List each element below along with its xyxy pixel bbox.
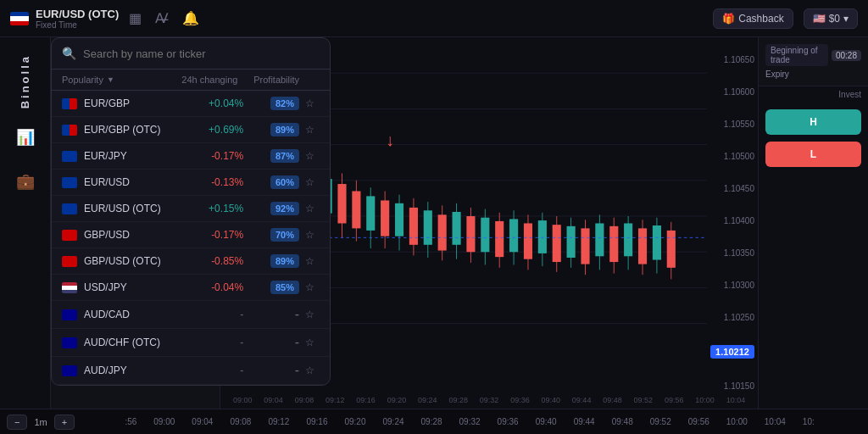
asset-flag: [62, 98, 77, 109]
svg-rect-65: [653, 225, 661, 260]
price-4: 1.10500: [710, 152, 754, 161]
favorite-icon[interactable]: ☆: [299, 364, 320, 376]
balance-button[interactable]: 🇺🇸 $0 ▾: [804, 8, 858, 29]
cashback-button[interactable]: 🎁 Cashback: [713, 8, 793, 29]
th-profitability: Profitability: [237, 75, 299, 85]
user-icon[interactable]: Ꜻ: [152, 7, 172, 30]
high-button[interactable]: H: [765, 109, 861, 135]
search-bar: 🔍: [52, 38, 330, 70]
price-axis: 1.10650 1.10600 1.10550 1.10500 1.10450 …: [707, 37, 758, 409]
chart-icon[interactable]: ▦: [125, 7, 145, 30]
low-button[interactable]: L: [765, 142, 861, 167]
svg-rect-51: [553, 225, 561, 262]
price-7: 1.10350: [710, 248, 754, 258]
asset-row-change: -0.85%: [180, 255, 243, 267]
sidebar-portfolio-icon[interactable]: 💼: [10, 166, 41, 197]
favorite-icon[interactable]: ☆: [299, 97, 320, 109]
asset-row-name: AUD/CAD: [84, 309, 180, 320]
time-marker: 09:44: [574, 417, 595, 426]
time-marker: :56: [125, 417, 136, 426]
favorite-icon[interactable]: ☆: [299, 150, 320, 162]
search-icon: 🔍: [62, 47, 76, 60]
topbar-left: EUR/USD (OTC) Fixed Time ▦ Ꜻ 🔔: [10, 7, 706, 30]
sidebar-markets-icon[interactable]: 📊: [10, 122, 41, 153]
cashback-label: Cashback: [738, 13, 783, 25]
favorite-icon[interactable]: ☆: [299, 281, 320, 293]
svg-rect-47: [524, 223, 532, 259]
expiry-label: Expiry: [765, 70, 861, 79]
asset-row-change: -0.04%: [180, 281, 243, 293]
asset-row-change: -: [180, 364, 243, 376]
time-marker: 09:56: [688, 417, 709, 426]
asset-row[interactable]: AUD/JPY - - ☆: [52, 357, 330, 385]
svg-rect-29: [395, 203, 403, 236]
asset-row-change: -0.17%: [180, 150, 243, 162]
asset-dropdown-panel: 🔍 Popularity ▼ 24h changing Profitabilit…: [51, 37, 331, 386]
asset-row[interactable]: EUR/GBP +0.04% 82% ☆: [52, 91, 330, 117]
asset-row-change: -: [180, 337, 243, 348]
time-tick: 09:04: [258, 396, 288, 404]
favorite-icon[interactable]: ☆: [299, 176, 320, 188]
profit-badge: 87%: [270, 149, 299, 163]
time-axis: 09:00 09:04 09:08 09:12 09:16 09:20 09:2…: [220, 392, 758, 409]
profit-cell: 85%: [243, 281, 299, 294]
svg-rect-45: [509, 219, 518, 252]
bell-icon[interactable]: 🔔: [179, 7, 203, 30]
svg-rect-59: [609, 226, 618, 262]
left-sidebar: Binolla 📊 💼: [0, 37, 51, 409]
flag-us-icon: 🇺🇸: [813, 13, 826, 25]
favorite-icon[interactable]: ☆: [299, 124, 320, 136]
th-popularity[interactable]: Popularity ▼: [62, 75, 167, 85]
asset-row-change: +0.69%: [180, 124, 243, 136]
favorite-icon[interactable]: ☆: [299, 255, 320, 267]
plus-button[interactable]: +: [54, 415, 75, 430]
asset-list: EUR/GBP +0.04% 82% ☆ EUR/GBP (OTC) +0.69…: [52, 91, 330, 385]
time-tick: 10:00: [689, 396, 720, 404]
minus-button[interactable]: −: [7, 415, 27, 430]
asset-flag-icon: [10, 12, 29, 25]
balance-value: $0: [829, 13, 840, 25]
timeframe-row: :56 09:00 09:04 09:08 09:12 09:16 09:20 …: [78, 417, 861, 426]
favorite-icon[interactable]: ☆: [299, 337, 320, 348]
asset-row[interactable]: EUR/USD -0.13% 60% ☆: [52, 170, 330, 196]
asset-row[interactable]: EUR/USD (OTC) +0.15% 92% ☆: [52, 196, 330, 222]
topbar: EUR/USD (OTC) Fixed Time ▦ Ꜻ 🔔 🎁 Cashbac…: [0, 0, 868, 37]
asset-row[interactable]: AUD/CHF (OTC) - - ☆: [52, 329, 330, 357]
profit-badge: 89%: [270, 123, 299, 136]
time-tick: 09:44: [566, 396, 597, 404]
logo-text: Binolla: [19, 54, 31, 108]
asset-flag: [62, 177, 77, 188]
svg-rect-35: [438, 214, 447, 250]
profit-badge: 85%: [270, 281, 299, 294]
profit-cell: 87%: [243, 149, 299, 163]
svg-rect-49: [538, 220, 547, 253]
time-tick: 09:24: [412, 396, 442, 404]
asset-flag: [62, 282, 77, 293]
trade-buttons: H L: [759, 103, 868, 174]
asset-row[interactable]: GBP/USD (OTC) -0.85% 89% ☆: [52, 248, 330, 275]
asset-row[interactable]: GBP/USD -0.17% 70% ☆: [52, 222, 330, 248]
svg-rect-23: [352, 191, 360, 228]
svg-rect-41: [481, 218, 489, 253]
asset-flag: [62, 337, 77, 348]
time-tick: 09:08: [289, 396, 320, 404]
profit-cell: 89%: [243, 254, 299, 268]
time-tick: 09:00: [227, 396, 258, 404]
asset-row-name: GBP/USD: [84, 229, 180, 241]
profit-badge: 60%: [270, 175, 299, 189]
favorite-icon[interactable]: ☆: [299, 229, 320, 241]
trade-info: Beginning of trade 00:28 Expiry: [759, 37, 868, 86]
asset-row[interactable]: AUD/CAD - - ☆: [52, 301, 330, 329]
svg-rect-53: [567, 226, 576, 258]
asset-row-name: AUD/CHF (OTC): [84, 337, 180, 348]
price-8: 1.10300: [710, 281, 754, 290]
asset-row[interactable]: USD/JPY -0.04% 85% ☆: [52, 275, 330, 301]
asset-row[interactable]: EUR/JPY -0.17% 87% ☆: [52, 143, 330, 170]
search-input[interactable]: [83, 47, 320, 60]
asset-row[interactable]: EUR/GBP (OTC) +0.69% 89% ☆: [52, 117, 330, 143]
favorite-icon[interactable]: ☆: [299, 309, 320, 320]
favorite-icon[interactable]: ☆: [299, 203, 320, 214]
time-marker: 10:00: [726, 417, 748, 426]
price-5: 1.10450: [710, 184, 754, 193]
asset-row-name: EUR/GBP: [84, 97, 180, 109]
